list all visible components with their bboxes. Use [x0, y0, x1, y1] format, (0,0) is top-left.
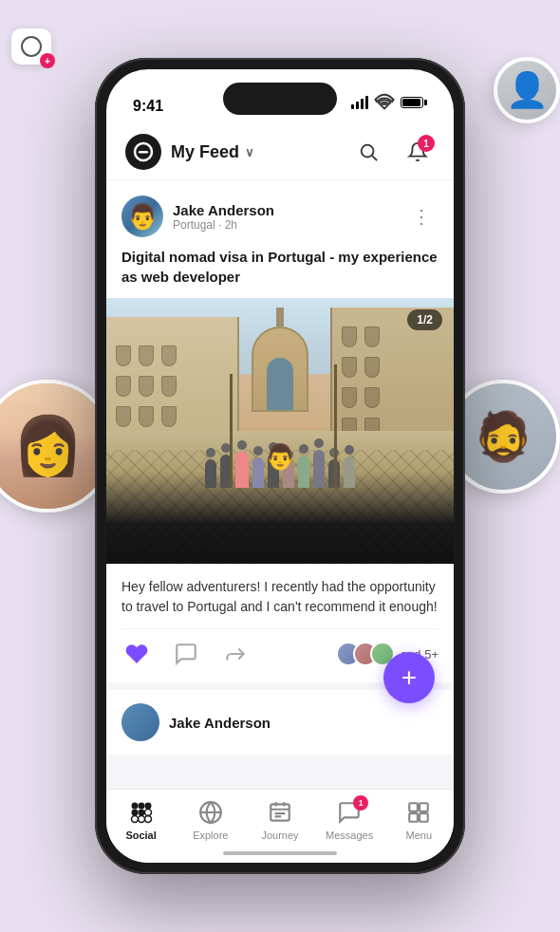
- svg-point-11: [138, 816, 144, 823]
- like-heart-icon: [124, 642, 149, 666]
- svg-rect-23: [410, 813, 419, 822]
- app-logo[interactable]: [125, 134, 161, 170]
- post-author: Jake Anderson Portugal · 2h: [121, 196, 274, 237]
- svg-point-6: [144, 803, 151, 810]
- header-left: My Feed ∨: [125, 134, 254, 170]
- home-indicator: [223, 851, 337, 855]
- post-body-text: Hey fellow adventurers! I recently had t…: [121, 564, 439, 628]
- author-meta: Portugal · 2h: [173, 218, 274, 232]
- scene: 👩 🧔 + 👤 9:41: [0, 0, 560, 932]
- journey-icon: [268, 800, 292, 825]
- svg-line-3: [372, 156, 377, 160]
- search-button[interactable]: [351, 135, 385, 169]
- status-time: 9:41: [133, 98, 163, 117]
- logo-svg: [133, 141, 154, 162]
- post-card: Jake Anderson Portugal · 2h ⋮ Digital no…: [106, 180, 454, 682]
- next-post-author-name: Jake Anderson: [169, 715, 271, 731]
- content-area: My Feed ∨: [106, 124, 454, 789]
- fab-plus-icon: +: [401, 664, 417, 691]
- social-tab-icon: [128, 799, 155, 826]
- feed-title-button[interactable]: My Feed ∨: [171, 142, 254, 162]
- menu-icon: [406, 800, 431, 825]
- tab-social[interactable]: Social: [113, 799, 170, 841]
- comment-icon: [174, 642, 198, 666]
- dynamic-island: [223, 83, 337, 115]
- svg-point-2: [362, 145, 374, 158]
- messages-tab-icon: 1: [336, 799, 363, 826]
- tab-messages[interactable]: 1 Messages: [321, 799, 378, 841]
- globe-icon: [198, 800, 223, 825]
- author-avatar[interactable]: [121, 196, 163, 237]
- svg-point-7: [131, 810, 138, 816]
- phone-screen: 9:41: [106, 69, 454, 863]
- svg-point-5: [138, 803, 144, 810]
- feed-title-text: My Feed: [171, 142, 239, 162]
- tab-journey[interactable]: Journey: [252, 799, 308, 841]
- signal-icon: [351, 96, 368, 109]
- camera-widget[interactable]: +: [11, 28, 51, 65]
- comment-button[interactable]: [171, 639, 201, 669]
- feed-dropdown-chevron: ∨: [245, 145, 254, 159]
- status-icons: [351, 92, 427, 117]
- share-button[interactable]: [220, 639, 251, 669]
- svg-point-8: [138, 810, 144, 816]
- svg-rect-1: [139, 151, 148, 154]
- fab-create-button[interactable]: +: [383, 652, 435, 703]
- social-tab-label: Social: [125, 829, 156, 841]
- social-dots-icon: [129, 800, 154, 825]
- journey-tab-icon: [267, 799, 293, 826]
- action-buttons: [121, 639, 251, 669]
- battery-icon: [401, 97, 427, 108]
- notification-button[interactable]: 1: [401, 135, 435, 169]
- explore-tab-label: Explore: [193, 829, 228, 841]
- menu-tab-label: Menu: [406, 829, 433, 841]
- post-title: Digital nomad visa in Portugal - my expe…: [121, 247, 439, 287]
- svg-point-12: [144, 816, 151, 823]
- share-icon: [223, 642, 248, 666]
- image-counter: 1/2: [407, 309, 442, 330]
- wifi-icon: [374, 92, 395, 113]
- phone-frame: 9:41: [95, 58, 465, 874]
- post-image: [106, 298, 454, 564]
- journey-tab-label: Journey: [261, 829, 298, 841]
- svg-point-4: [131, 803, 138, 810]
- like-button[interactable]: [121, 639, 152, 669]
- svg-rect-21: [410, 803, 419, 811]
- top-right-peek-avatar: 👤: [494, 57, 560, 123]
- author-name: Jake Anderson: [173, 202, 274, 218]
- svg-rect-22: [420, 803, 428, 811]
- svg-rect-24: [420, 813, 428, 822]
- post-header: Jake Anderson Portugal · 2h ⋮: [121, 196, 439, 237]
- liker-avatars: [336, 642, 395, 666]
- camera-add-badge: +: [40, 53, 55, 68]
- menu-tab-icon: [405, 799, 432, 826]
- search-icon: [358, 141, 379, 162]
- notification-badge: 1: [418, 135, 435, 152]
- author-info: Jake Anderson Portugal · 2h: [173, 202, 274, 232]
- camera-lens-icon: [21, 36, 42, 57]
- svg-point-10: [131, 816, 138, 823]
- post-image-container[interactable]: 1/2: [106, 298, 454, 564]
- tab-menu[interactable]: Menu: [390, 799, 447, 841]
- next-post-avatar: [121, 703, 159, 741]
- tab-explore[interactable]: Explore: [182, 799, 239, 841]
- more-options-button[interactable]: ⋮: [404, 201, 439, 232]
- svg-point-9: [144, 810, 151, 816]
- messages-badge: 1: [353, 795, 368, 811]
- app-header: My Feed ∨: [106, 124, 454, 180]
- explore-tab-icon: [197, 799, 224, 826]
- header-right: 1: [351, 135, 435, 169]
- arch-monument: [252, 326, 308, 412]
- messages-tab-label: Messages: [326, 829, 373, 841]
